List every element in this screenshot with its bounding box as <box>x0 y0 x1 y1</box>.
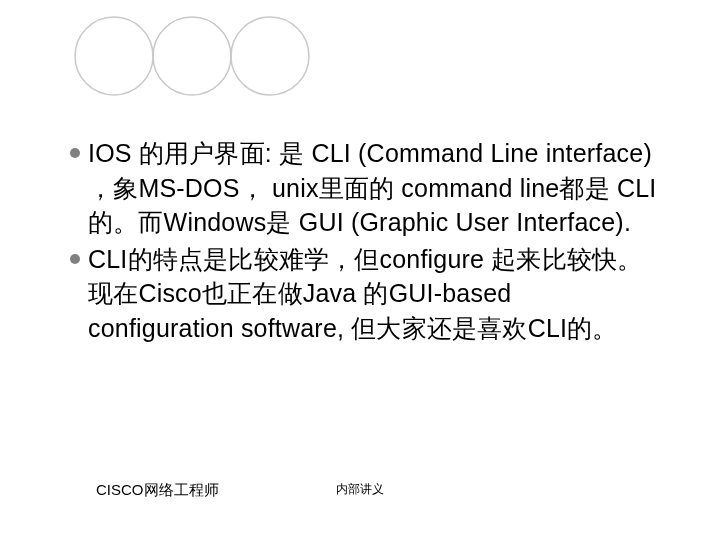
decorative-circles <box>72 14 312 98</box>
bullet-item: CLI的特点是比较难学，但configure 起来比较快。现在Cisco也正在做… <box>70 242 660 346</box>
circles-svg <box>72 14 312 98</box>
bullet-text: IOS 的用户界面: 是 CLI (Command Line interface… <box>88 136 660 240</box>
svg-point-2 <box>231 17 309 95</box>
bullet-text: CLI的特点是比较难学，但configure 起来比较快。现在Cisco也正在做… <box>88 242 660 346</box>
bullet-dot-icon <box>70 148 80 158</box>
bullet-dot-icon <box>70 254 80 264</box>
svg-point-1 <box>153 17 231 95</box>
slide-body: IOS 的用户界面: 是 CLI (Command Line interface… <box>70 136 660 347</box>
slide-footer: CISCO网络工程师 内部讲义 <box>0 476 720 500</box>
footer-center-text: 内部讲义 <box>336 481 384 498</box>
slide: IOS 的用户界面: 是 CLI (Command Line interface… <box>0 0 720 540</box>
svg-point-0 <box>75 17 153 95</box>
footer-left-text: CISCO网络工程师 <box>96 481 219 500</box>
bullet-item: IOS 的用户界面: 是 CLI (Command Line interface… <box>70 136 660 240</box>
